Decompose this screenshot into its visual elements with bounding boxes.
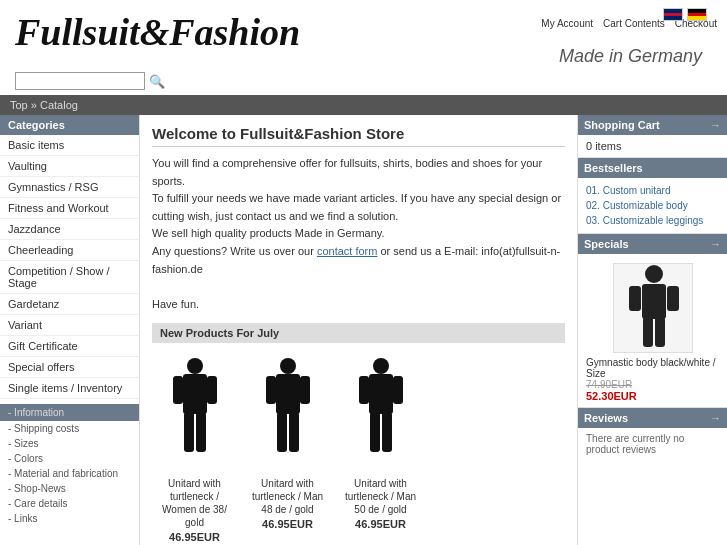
sidebar-item-cheerleading[interactable]: Cheerleading	[0, 240, 139, 261]
svg-rect-9	[300, 376, 310, 404]
svg-rect-19	[642, 284, 666, 319]
product-price: 46.95EUR	[245, 518, 330, 530]
sidebar-item-fitness[interactable]: Fitness and Workout	[0, 198, 139, 219]
svg-rect-21	[667, 286, 679, 311]
product-title: Unitard with turtleneck / Women de 38/ g…	[152, 477, 237, 529]
bestseller-item[interactable]: 01. Custom unitard	[586, 183, 719, 198]
product-price: 46.95EUR	[152, 531, 237, 543]
contact-form-link[interactable]: contact form	[317, 245, 378, 257]
sidebar-item-gardetanz[interactable]: Gardetanz	[0, 294, 139, 315]
flag-de[interactable]	[687, 8, 707, 21]
para1: You will find a comprehensive offer for …	[152, 155, 565, 190]
svg-rect-16	[370, 412, 380, 452]
sidebar-item-gift[interactable]: Gift Certificate	[0, 336, 139, 357]
specials-title: Specials →	[578, 234, 727, 254]
shopping-cart-section: Shopping Cart → 0 items	[578, 115, 727, 158]
svg-rect-3	[207, 376, 217, 404]
flag-uk[interactable]	[663, 8, 683, 21]
product-item[interactable]: Unitard with turtleneck / Man 50 de / go…	[338, 353, 423, 543]
svg-point-6	[280, 358, 296, 374]
search-button[interactable]: 🔍	[149, 74, 165, 89]
svg-rect-7	[276, 374, 300, 414]
main-content: Welcome to Fullsuit&Fashion Store You wi…	[140, 115, 577, 545]
product-item[interactable]: Unitard with turtleneck / Women de 38/ g…	[152, 353, 237, 543]
reviews-text: There are currently no product reviews	[578, 428, 727, 460]
special-name: Gymnastic body black/white / Size	[586, 357, 719, 379]
cart-contents-link[interactable]: Cart Contents	[603, 18, 665, 29]
sidebar-item-competition[interactable]: Competition / Show / Stage	[0, 261, 139, 294]
right-sidebar: Shopping Cart → 0 items Bestsellers 01. …	[577, 115, 727, 545]
svg-rect-11	[289, 412, 299, 452]
svg-point-18	[645, 265, 663, 283]
para2: To fulfill your needs we have made varia…	[152, 190, 565, 225]
svg-rect-14	[359, 376, 369, 404]
header-links: My Account Cart Contents Checkout	[541, 18, 717, 29]
para4-prefix: Any questions? Write us over our	[152, 245, 317, 257]
svg-rect-20	[629, 286, 641, 311]
sidebar-item-variant[interactable]: Variant	[0, 315, 139, 336]
svg-rect-13	[369, 374, 393, 414]
bestsellers-title: Bestsellers	[578, 158, 727, 178]
para3: We sell high quality products Made in Ge…	[152, 225, 565, 243]
svg-rect-10	[277, 412, 287, 452]
special-silhouette	[614, 264, 693, 353]
bestseller-item[interactable]: 03. Customizable leggings	[586, 213, 719, 228]
product-image	[155, 353, 235, 473]
product-silhouette	[165, 358, 225, 468]
new-products-title: New Products For July	[152, 323, 565, 343]
info-sizes[interactable]: - Sizes	[0, 436, 139, 451]
nav-top[interactable]: Top	[10, 99, 28, 111]
sidebar-item-special-offers[interactable]: Special offers	[0, 357, 139, 378]
product-price: 46.95EUR	[338, 518, 423, 530]
bestsellers-section: Bestsellers 01. Custom unitard 02. Custo…	[578, 158, 727, 234]
welcome-text: You will find a comprehensive offer for …	[152, 155, 565, 313]
info-shipping[interactable]: - Shipping costs	[0, 421, 139, 436]
sidebar-item-jazzdance[interactable]: Jazzdance	[0, 219, 139, 240]
price-old: 74.90EUR	[586, 379, 719, 390]
sidebar-item-vaulting[interactable]: Vaulting	[0, 156, 139, 177]
reviews-title: Reviews →	[578, 408, 727, 428]
bestseller-item[interactable]: 02. Customizable body	[586, 198, 719, 213]
search-input[interactable]	[15, 72, 145, 90]
content-title: Welcome to Fullsuit&Fashion Store	[152, 125, 565, 147]
svg-rect-5	[196, 412, 206, 452]
reviews-section: Reviews → There are currently no product…	[578, 408, 727, 460]
sidebar-item-single[interactable]: Single items / Inventory	[0, 378, 139, 399]
specials-arrow[interactable]: →	[710, 238, 721, 250]
svg-point-0	[187, 358, 203, 374]
product-image	[248, 353, 328, 473]
sidebar-item-gymnastics[interactable]: Gymnastics / RSG	[0, 177, 139, 198]
svg-point-12	[373, 358, 389, 374]
my-account-link[interactable]: My Account	[541, 18, 593, 29]
product-title: Unitard with turtleneck / Man 50 de / go…	[338, 477, 423, 516]
lang-flags	[663, 8, 707, 21]
sidebar-item-basic[interactable]: Basic items	[0, 135, 139, 156]
reviews-arrow[interactable]: →	[710, 412, 721, 424]
nav-bar: Top » Catalog	[0, 95, 727, 115]
info-links[interactable]: - Links	[0, 511, 139, 526]
info-title: - Information	[0, 404, 139, 421]
para5: Have fun.	[152, 296, 565, 314]
nav-catalog[interactable]: Catalog	[40, 99, 78, 111]
svg-rect-22	[643, 317, 653, 347]
bestsellers-list: 01. Custom unitard 02. Customizable body…	[578, 178, 727, 234]
info-material[interactable]: - Material and fabrication	[0, 466, 139, 481]
svg-rect-17	[382, 412, 392, 452]
product-silhouette	[258, 358, 318, 468]
specials-section: Specials → Gymnastic body black/white / …	[578, 234, 727, 408]
product-item[interactable]: Unitard with turtleneck / Man 48 de / go…	[245, 353, 330, 543]
left-sidebar: Categories Basic items Vaulting Gymnasti…	[0, 115, 140, 545]
svg-rect-2	[173, 376, 183, 404]
specials-body: Gymnastic body black/white / Size 74.90E…	[578, 254, 727, 408]
info-colors[interactable]: - Colors	[0, 451, 139, 466]
price-new: 52.30EUR	[586, 390, 719, 402]
products-grid: Unitard with turtleneck / Women de 38/ g…	[152, 353, 565, 543]
special-product-image[interactable]	[613, 263, 693, 353]
product-silhouette	[351, 358, 411, 468]
product-image	[341, 353, 421, 473]
info-care[interactable]: - Care details	[0, 496, 139, 511]
categories-title: Categories	[0, 115, 139, 135]
info-shop-news[interactable]: - Shop-News	[0, 481, 139, 496]
cart-arrow[interactable]: →	[710, 119, 721, 131]
main-layout: Categories Basic items Vaulting Gymnasti…	[0, 115, 727, 545]
